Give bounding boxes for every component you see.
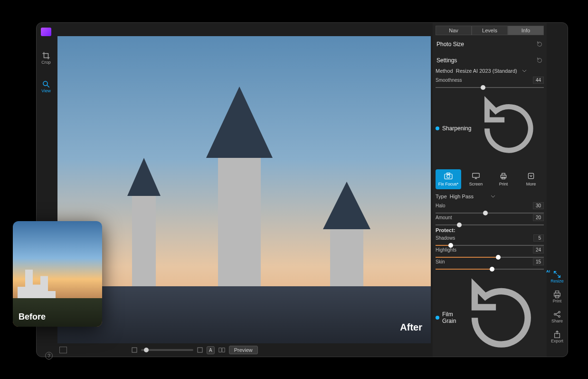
navigator-thumb-icon[interactable] xyxy=(59,347,67,353)
section-toggle-icon[interactable] xyxy=(436,126,439,130)
skin-value[interactable]: 15 xyxy=(533,258,544,265)
camera-icon xyxy=(444,172,453,180)
right-toolbar: AI Resize Print Share Export xyxy=(547,23,568,357)
ai-badge: AI xyxy=(546,269,550,273)
filmgrain-header[interactable]: Film Grain xyxy=(436,272,544,357)
tab-info[interactable]: Info xyxy=(508,26,544,35)
svg-point-22 xyxy=(559,316,560,318)
settings-header[interactable]: Settings xyxy=(436,54,544,67)
view-tool[interactable]: View xyxy=(41,80,50,93)
panel-tabs: Nav Levels Info xyxy=(436,26,544,35)
photo-size-header[interactable]: Photo Size xyxy=(436,38,544,50)
svg-rect-12 xyxy=(528,173,533,178)
sharpening-more-tile[interactable]: More xyxy=(518,169,544,189)
resize-tool[interactable]: AI Resize xyxy=(550,270,564,283)
app-logo-icon xyxy=(41,28,51,36)
zoom-square-icon xyxy=(132,347,137,353)
crop-tool[interactable]: Crop xyxy=(41,51,51,65)
export-tool[interactable]: Export xyxy=(551,330,563,343)
printer-icon xyxy=(499,172,508,180)
sharpening-header[interactable]: Sharpening xyxy=(436,91,544,166)
sharpening-print-tile[interactable]: Print xyxy=(491,169,516,189)
svg-rect-3 xyxy=(219,348,221,352)
resize-icon xyxy=(553,270,561,279)
smoothness-label: Smoothness xyxy=(436,78,462,83)
reset-icon[interactable] xyxy=(474,94,544,164)
reset-icon[interactable] xyxy=(536,41,543,48)
svg-rect-10 xyxy=(502,173,505,175)
reset-icon[interactable] xyxy=(459,275,544,357)
crop-label: Crop xyxy=(41,60,51,65)
share-icon xyxy=(553,310,561,319)
chevron-down-icon xyxy=(491,194,495,199)
view-label: View xyxy=(41,88,50,93)
image-canvas[interactable]: After xyxy=(57,36,431,343)
monitor-icon xyxy=(471,172,481,180)
svg-rect-17 xyxy=(554,293,560,296)
printer-icon xyxy=(553,290,561,299)
more-chevron-icon xyxy=(526,172,536,180)
tab-nav[interactable]: Nav xyxy=(436,26,472,35)
svg-rect-7 xyxy=(447,173,450,174)
svg-rect-2 xyxy=(198,348,202,352)
canvas-area: After A Preview xyxy=(56,23,433,357)
canvas-bottom-bar: A Preview xyxy=(56,343,433,357)
before-thumbnail: Before xyxy=(13,221,102,327)
svg-point-21 xyxy=(559,311,560,313)
method-dropdown[interactable]: Method Resize AI 2023 (Standard) xyxy=(436,67,544,75)
svg-point-20 xyxy=(554,313,556,315)
sharpening-fixfocus-tile[interactable]: Fix Focus* xyxy=(436,169,461,189)
svg-rect-4 xyxy=(222,348,225,352)
reset-icon[interactable] xyxy=(536,57,543,64)
protect-title: Protect: xyxy=(436,227,544,233)
sharpening-presets: Fix Focus* Screen Print More xyxy=(436,169,544,189)
svg-rect-8 xyxy=(473,173,479,177)
smoothness-value[interactable]: 44 xyxy=(533,77,544,84)
svg-rect-1 xyxy=(132,348,137,352)
tab-levels[interactable]: Levels xyxy=(472,26,508,35)
chevron-down-icon xyxy=(522,68,527,73)
zoom-square2-icon xyxy=(197,347,203,353)
app-window: Crop View After A Preview Nav xyxy=(36,22,568,357)
sharpen-amount-value[interactable]: 20 xyxy=(533,214,544,221)
preview-button[interactable]: Preview xyxy=(229,346,258,354)
print-tool[interactable]: Print xyxy=(553,290,562,303)
canvas-zoom-slider[interactable] xyxy=(141,349,193,351)
before-label: Before xyxy=(19,312,46,322)
section-toggle-icon[interactable] xyxy=(436,316,439,320)
svg-rect-18 xyxy=(555,291,559,293)
after-label: After xyxy=(400,322,422,333)
help-icon[interactable]: ? xyxy=(45,352,53,360)
svg-rect-19 xyxy=(555,295,559,298)
svg-point-0 xyxy=(43,81,47,86)
sharpening-type-dropdown[interactable]: Type High Pass xyxy=(436,192,544,201)
right-panel: Nav Levels Info Photo Size Settings Meth… xyxy=(433,23,547,357)
compare-icon[interactable] xyxy=(218,347,225,353)
highlights-value[interactable]: 24 xyxy=(533,246,544,253)
halo-value[interactable]: 30 xyxy=(533,202,544,209)
sharpening-screen-tile[interactable]: Screen xyxy=(463,169,489,189)
share-tool[interactable]: Share xyxy=(551,310,563,323)
svg-point-6 xyxy=(447,175,450,177)
shadows-value[interactable]: 5 xyxy=(533,234,544,242)
export-icon xyxy=(553,330,561,339)
soft-proof-a-button[interactable]: A xyxy=(207,346,215,354)
svg-rect-9 xyxy=(501,175,506,178)
